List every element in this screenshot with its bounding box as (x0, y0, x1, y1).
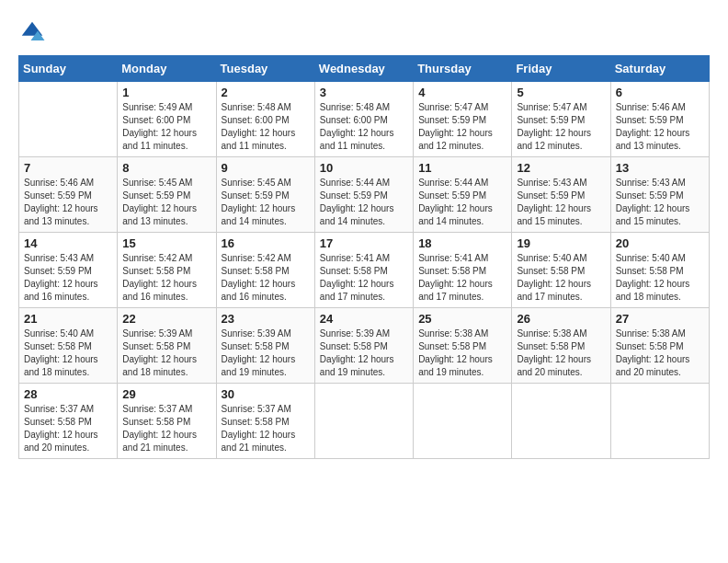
day-info: Sunrise: 5:42 AM Sunset: 5:58 PM Dayligh… (222, 252, 310, 304)
day-info: Sunrise: 5:46 AM Sunset: 5:59 PM Dayligh… (24, 177, 112, 228)
day-info: Sunrise: 5:48 AM Sunset: 6:00 PM Dayligh… (320, 101, 408, 153)
day-number: 27 (616, 312, 704, 326)
day-info: Sunrise: 5:43 AM Sunset: 5:59 PM Dayligh… (517, 177, 605, 228)
column-header-wednesday: Wednesday (314, 56, 413, 82)
column-header-monday: Monday (118, 56, 216, 82)
day-number: 11 (418, 161, 506, 175)
day-info: Sunrise: 5:45 AM Sunset: 5:59 PM Dayligh… (122, 177, 210, 228)
day-number: 6 (616, 86, 704, 99)
day-info: Sunrise: 5:44 AM Sunset: 5:59 PM Dayligh… (320, 177, 408, 228)
day-number: 12 (517, 161, 605, 175)
calendar-cell: 26Sunrise: 5:38 AM Sunset: 5:58 PM Dayli… (512, 308, 610, 384)
calendar-week-row: 28Sunrise: 5:37 AM Sunset: 5:58 PM Dayli… (19, 384, 710, 459)
calendar-cell: 22Sunrise: 5:39 AM Sunset: 5:58 PM Dayli… (118, 308, 216, 384)
day-info: Sunrise: 5:46 AM Sunset: 5:59 PM Dayligh… (616, 101, 704, 153)
calendar-cell: 12Sunrise: 5:43 AM Sunset: 5:59 PM Dayli… (512, 157, 610, 233)
day-info: Sunrise: 5:47 AM Sunset: 5:59 PM Dayligh… (517, 101, 605, 153)
day-number: 25 (418, 312, 506, 326)
day-number: 16 (222, 236, 310, 250)
day-info: Sunrise: 5:38 AM Sunset: 5:58 PM Dayligh… (517, 327, 605, 379)
day-number: 23 (222, 312, 310, 326)
calendar-cell: 30Sunrise: 5:37 AM Sunset: 5:58 PM Dayli… (216, 384, 314, 459)
day-info: Sunrise: 5:39 AM Sunset: 5:58 PM Dayligh… (320, 327, 408, 379)
day-number: 26 (517, 312, 605, 326)
column-header-saturday: Saturday (610, 56, 709, 82)
calendar-header-row: SundayMondayTuesdayWednesdayThursdayFrid… (19, 56, 710, 82)
day-number: 17 (320, 236, 408, 250)
day-number: 22 (122, 312, 210, 326)
logo (18, 18, 50, 46)
calendar-cell: 9Sunrise: 5:45 AM Sunset: 5:59 PM Daylig… (216, 157, 314, 233)
day-number: 20 (616, 236, 704, 250)
day-info: Sunrise: 5:37 AM Sunset: 5:58 PM Dayligh… (222, 403, 310, 454)
day-number: 19 (517, 236, 605, 250)
calendar-cell: 29Sunrise: 5:37 AM Sunset: 5:58 PM Dayli… (118, 384, 216, 459)
calendar-week-row: 1Sunrise: 5:49 AM Sunset: 6:00 PM Daylig… (19, 82, 710, 157)
column-header-thursday: Thursday (414, 56, 512, 82)
calendar-cell: 28Sunrise: 5:37 AM Sunset: 5:58 PM Dayli… (19, 384, 118, 459)
column-header-tuesday: Tuesday (216, 56, 314, 82)
day-number: 1 (122, 86, 210, 99)
day-number: 7 (24, 161, 112, 175)
calendar-cell: 5Sunrise: 5:47 AM Sunset: 5:59 PM Daylig… (512, 82, 610, 157)
day-number: 28 (24, 387, 112, 401)
day-info: Sunrise: 5:47 AM Sunset: 5:59 PM Dayligh… (418, 101, 506, 153)
day-info: Sunrise: 5:44 AM Sunset: 5:59 PM Dayligh… (418, 177, 506, 228)
calendar-cell: 23Sunrise: 5:39 AM Sunset: 5:58 PM Dayli… (216, 308, 314, 384)
day-number: 3 (320, 86, 408, 99)
day-number: 13 (616, 161, 704, 175)
day-info: Sunrise: 5:40 AM Sunset: 5:58 PM Dayligh… (24, 327, 112, 379)
calendar-cell: 13Sunrise: 5:43 AM Sunset: 5:59 PM Dayli… (610, 157, 709, 233)
calendar-cell: 4Sunrise: 5:47 AM Sunset: 5:59 PM Daylig… (414, 82, 512, 157)
calendar-cell: 8Sunrise: 5:45 AM Sunset: 5:59 PM Daylig… (118, 157, 216, 233)
day-number: 21 (24, 312, 112, 326)
day-number: 4 (418, 86, 506, 99)
calendar-cell: 2Sunrise: 5:48 AM Sunset: 6:00 PM Daylig… (216, 82, 314, 157)
day-info: Sunrise: 5:48 AM Sunset: 6:00 PM Dayligh… (222, 101, 310, 153)
calendar-cell: 3Sunrise: 5:48 AM Sunset: 6:00 PM Daylig… (314, 82, 413, 157)
day-info: Sunrise: 5:38 AM Sunset: 5:58 PM Dayligh… (616, 327, 704, 379)
calendar-cell: 18Sunrise: 5:41 AM Sunset: 5:58 PM Dayli… (414, 233, 512, 308)
calendar-cell (610, 384, 709, 459)
day-info: Sunrise: 5:41 AM Sunset: 5:58 PM Dayligh… (320, 252, 408, 304)
calendar-cell: 10Sunrise: 5:44 AM Sunset: 5:59 PM Dayli… (314, 157, 413, 233)
calendar-cell: 1Sunrise: 5:49 AM Sunset: 6:00 PM Daylig… (118, 82, 216, 157)
day-number: 29 (122, 387, 210, 401)
calendar-week-row: 14Sunrise: 5:43 AM Sunset: 5:59 PM Dayli… (19, 233, 710, 308)
calendar-week-row: 21Sunrise: 5:40 AM Sunset: 5:58 PM Dayli… (19, 308, 710, 384)
day-number: 14 (24, 236, 112, 250)
page-header (18, 18, 710, 46)
day-info: Sunrise: 5:43 AM Sunset: 5:59 PM Dayligh… (616, 177, 704, 228)
day-info: Sunrise: 5:49 AM Sunset: 6:00 PM Dayligh… (122, 101, 210, 153)
day-info: Sunrise: 5:37 AM Sunset: 5:58 PM Dayligh… (24, 403, 112, 454)
day-number: 8 (122, 161, 210, 175)
day-number: 5 (517, 86, 605, 99)
day-info: Sunrise: 5:40 AM Sunset: 5:58 PM Dayligh… (616, 252, 704, 304)
day-info: Sunrise: 5:41 AM Sunset: 5:58 PM Dayligh… (418, 252, 506, 304)
calendar-cell: 19Sunrise: 5:40 AM Sunset: 5:58 PM Dayli… (512, 233, 610, 308)
day-info: Sunrise: 5:45 AM Sunset: 5:59 PM Dayligh… (222, 177, 310, 228)
calendar-cell: 14Sunrise: 5:43 AM Sunset: 5:59 PM Dayli… (19, 233, 118, 308)
calendar-cell (19, 82, 118, 157)
day-number: 9 (222, 161, 310, 175)
calendar-cell (512, 384, 610, 459)
day-number: 24 (320, 312, 408, 326)
calendar-cell: 15Sunrise: 5:42 AM Sunset: 5:58 PM Dayli… (118, 233, 216, 308)
calendar-cell: 17Sunrise: 5:41 AM Sunset: 5:58 PM Dayli… (314, 233, 413, 308)
calendar-cell (314, 384, 413, 459)
day-number: 30 (222, 387, 310, 401)
day-info: Sunrise: 5:43 AM Sunset: 5:59 PM Dayligh… (24, 252, 112, 304)
calendar-cell: 6Sunrise: 5:46 AM Sunset: 5:59 PM Daylig… (610, 82, 709, 157)
day-info: Sunrise: 5:42 AM Sunset: 5:58 PM Dayligh… (122, 252, 210, 304)
day-number: 2 (222, 86, 310, 99)
calendar-cell: 20Sunrise: 5:40 AM Sunset: 5:58 PM Dayli… (610, 233, 709, 308)
column-header-friday: Friday (512, 56, 610, 82)
day-info: Sunrise: 5:38 AM Sunset: 5:58 PM Dayligh… (418, 327, 506, 379)
calendar-cell: 11Sunrise: 5:44 AM Sunset: 5:59 PM Dayli… (414, 157, 512, 233)
calendar-cell: 24Sunrise: 5:39 AM Sunset: 5:58 PM Dayli… (314, 308, 413, 384)
day-info: Sunrise: 5:37 AM Sunset: 5:58 PM Dayligh… (122, 403, 210, 454)
day-info: Sunrise: 5:39 AM Sunset: 5:58 PM Dayligh… (122, 327, 210, 379)
column-header-sunday: Sunday (19, 56, 118, 82)
calendar-cell: 21Sunrise: 5:40 AM Sunset: 5:58 PM Dayli… (19, 308, 118, 384)
calendar-cell: 27Sunrise: 5:38 AM Sunset: 5:58 PM Dayli… (610, 308, 709, 384)
